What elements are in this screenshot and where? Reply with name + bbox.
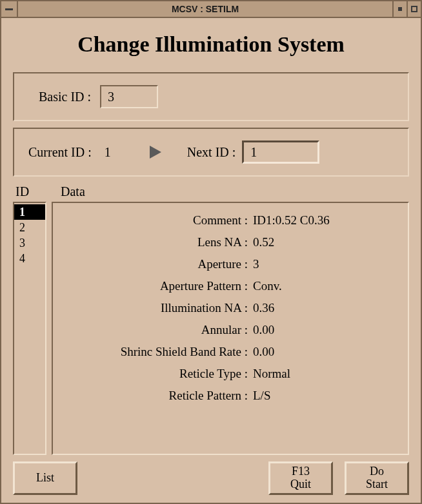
current-id-value: 1 [105,145,124,160]
window-menu-icon[interactable] [1,1,18,17]
id-list-item[interactable]: 4 [14,251,45,266]
comment-value: ID1:0.52 C0.36 [253,213,396,228]
button-row: List F13 Quit Do Start [13,461,409,495]
basic-id-field[interactable]: 3 [100,85,158,108]
titlebar: MCSV : SETILM [1,1,421,18]
column-headers: ID Data [13,180,409,202]
shrinc-value: 0.00 [253,345,396,359]
page-title: Change Illumination System [13,32,409,57]
comment-label: Comment : [59,213,253,228]
lens-na-value: 0.52 [253,235,396,249]
reticle-type-label: Reticle Type : [59,367,253,381]
minimize-icon[interactable] [392,1,407,17]
window: MCSV : SETILM Change Illumination System… [0,0,422,504]
data-panel: Comment :ID1:0.52 C0.36 Lens NA :0.52 Ap… [52,202,409,455]
current-id-label: Current ID : [28,145,92,160]
aperture-pattern-label: Aperture Pattern : [59,279,253,293]
next-id-field[interactable]: 1 [242,141,319,164]
lens-na-label: Lens NA : [59,235,253,249]
shrinc-label: Shrinc Shield Band Rate : [59,345,253,359]
basic-id-label: Basic ID : [39,90,91,104]
id-list[interactable]: 1 2 3 4 [13,202,46,455]
illumination-na-value: 0.36 [253,301,396,315]
arrow-icon [150,146,161,159]
reticle-type-value: Normal [253,367,396,381]
reticle-pattern-label: Reticle Pattern : [59,389,253,403]
reticle-pattern-value: L/S [253,389,396,403]
header-id: ID [15,184,61,199]
aperture-value: 3 [253,257,396,271]
maximize-icon[interactable] [407,1,421,17]
id-list-item[interactable]: 1 [14,204,45,220]
illumination-na-label: Illumination NA : [59,301,253,315]
current-next-panel: Current ID : 1 Next ID : 1 [13,128,409,177]
header-data: Data [61,184,85,199]
basic-id-panel: Basic ID : 3 [13,72,409,121]
aperture-label: Aperture : [59,257,253,271]
id-list-item[interactable]: 2 [14,220,45,235]
aperture-pattern-value: Conv. [253,279,396,293]
id-list-item[interactable]: 3 [14,235,45,251]
next-id-value: 1 [250,145,257,160]
list-button[interactable]: List [13,461,77,495]
window-title: MCSV : SETILM [18,4,392,14]
start-button[interactable]: Do Start [345,461,409,495]
quit-button[interactable]: F13 Quit [268,461,333,495]
next-id-label: Next ID : [187,145,236,160]
client-area: Change Illumination System Basic ID : 3 … [1,18,421,503]
annular-label: Annular : [59,323,253,337]
basic-id-value: 3 [108,90,114,104]
annular-value: 0.00 [253,323,396,337]
